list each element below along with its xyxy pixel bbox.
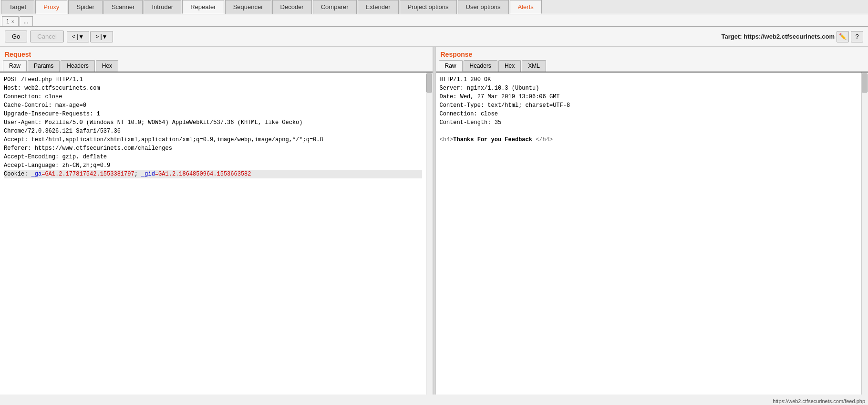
response-title: Response	[436, 47, 868, 60]
request-panel: Request Raw Params Headers Hex POST /fee…	[0, 47, 433, 395]
back-button[interactable]: < |▼	[67, 31, 89, 42]
request-cookie-line: Cookie: _ga=GA1.2.177817542.1553381797; …	[4, 170, 422, 178]
request-line-10: Accept-Encoding: gzip, deflate	[4, 153, 422, 161]
response-line-html: <h4>Thanks For you Feedback </h4>	[440, 135, 858, 144]
response-line-5: Connection: close	[440, 110, 858, 118]
response-tab-hex[interactable]: Hex	[498, 60, 521, 72]
sub-tab-1[interactable]: 1 ×	[2, 16, 19, 26]
cookie-name-2: _gid	[141, 171, 155, 177]
sub-tab-number: 1	[6, 18, 10, 25]
request-line-6: User-Agent: Mozilla/5.0 (Windows NT 10.0…	[4, 118, 422, 127]
request-line-8: Accept: text/html,application/xhtml+xml,…	[4, 135, 422, 144]
tab-intruder[interactable]: Intruder	[144, 0, 181, 14]
cookie-val-2: =GA1.2.1864850964.1553663582	[155, 171, 251, 177]
tab-repeater[interactable]: Repeater	[182, 0, 224, 14]
response-html-open-tag: <h4>	[440, 136, 454, 143]
request-line-11: Accept-Language: zh-CN,zh;q=0.9	[4, 161, 422, 170]
request-tab-hex[interactable]: Hex	[96, 60, 118, 72]
target-url: https://web2.ctfsecurinets.com	[744, 33, 835, 40]
sub-tab-more[interactable]: ...	[20, 16, 33, 26]
tab-project-options[interactable]: Project options	[400, 0, 457, 14]
response-panel: Response Raw Headers Hex XML HTTP/1.1 20…	[436, 47, 868, 395]
response-line-3: Date: Wed, 27 Mar 2019 13:06:06 GMT	[440, 93, 858, 101]
response-tab-xml[interactable]: XML	[522, 60, 546, 72]
response-content-area: HTTP/1.1 200 OK Server: nginx/1.10.3 (Ub…	[436, 73, 868, 395]
tab-proxy[interactable]: Proxy	[35, 0, 67, 14]
response-html-close-tag: </h4>	[536, 136, 553, 143]
response-line-1: HTTP/1.1 200 OK	[440, 75, 858, 84]
tab-comparer[interactable]: Comparer	[313, 0, 357, 14]
content-area: Request Raw Params Headers Hex POST /fee…	[0, 47, 868, 395]
cookie-sep: ;	[134, 171, 141, 177]
request-tab-headers[interactable]: Headers	[61, 60, 94, 72]
cookie-val-1: =GA1.2.177817542.1553381797	[41, 171, 134, 177]
main-tab-bar: Target Proxy Spider Scanner Intruder Rep…	[0, 0, 868, 14]
request-tabs: Raw Params Headers Hex	[0, 60, 433, 73]
response-line-6: Content-Length: 35	[440, 118, 858, 127]
tab-scanner[interactable]: Scanner	[103, 0, 143, 14]
go-button[interactable]: Go	[5, 31, 27, 42]
tab-target[interactable]: Target	[1, 0, 34, 14]
tab-decoder[interactable]: Decoder	[272, 0, 312, 14]
tab-user-options[interactable]: User options	[458, 0, 509, 14]
request-tab-raw[interactable]: Raw	[3, 60, 27, 72]
request-scrollbar[interactable]	[426, 73, 433, 395]
response-line-blank	[440, 127, 858, 135]
response-tab-raw[interactable]: Raw	[439, 60, 463, 72]
response-line-4: Content-Type: text/html; charset=UTF-8	[440, 101, 858, 110]
request-line-2: Host: web2.ctfsecurinets.com	[4, 84, 422, 93]
request-tab-params[interactable]: Params	[28, 60, 60, 72]
cookie-name-1: _ga	[31, 171, 42, 177]
request-content-area: POST /feed.php HTTP/1.1 Host: web2.ctfse…	[0, 73, 433, 395]
sub-tab-bar: 1 × ...	[0, 14, 868, 27]
tab-spider[interactable]: Spider	[68, 0, 103, 14]
response-scrollbar[interactable]	[861, 73, 868, 395]
request-scrollbar-thumb[interactable]	[426, 73, 432, 93]
toolbar: Go Cancel < |▼ > |▼ Target: https://web2…	[0, 27, 868, 47]
request-line-5: Upgrade-Insecure-Requests: 1	[4, 110, 422, 118]
response-line-2: Server: nginx/1.10.3 (Ubuntu)	[440, 84, 858, 93]
request-line-1: POST /feed.php HTTP/1.1	[4, 75, 422, 84]
target-label: Target: https://web2.ctfsecurinets.com	[722, 33, 835, 40]
help-button[interactable]: ?	[851, 31, 863, 42]
request-line-3: Connection: close	[4, 93, 422, 101]
response-html-content: Thanks For you Feedback	[453, 136, 536, 143]
edit-target-button[interactable]: ✏️	[837, 31, 849, 42]
cookie-label: Cookie:	[4, 171, 31, 177]
request-title: Request	[0, 47, 433, 60]
tab-sequencer[interactable]: Sequencer	[225, 0, 271, 14]
response-tab-headers[interactable]: Headers	[464, 60, 497, 72]
response-text: HTTP/1.1 200 OK Server: nginx/1.10.3 (Ub…	[436, 73, 862, 395]
tab-alerts[interactable]: Alerts	[510, 0, 542, 14]
request-line-7: Chrome/72.0.3626.121 Safari/537.36	[4, 127, 422, 135]
forward-button[interactable]: > |▼	[90, 31, 113, 42]
request-line-4: Cache-Control: max-age=0	[4, 101, 422, 110]
response-tabs: Raw Headers Hex XML	[436, 60, 868, 73]
request-line-9: Referer: https://www.ctfsecurinets.com/c…	[4, 144, 422, 153]
tab-extender[interactable]: Extender	[358, 0, 399, 14]
cancel-button[interactable]: Cancel	[30, 31, 63, 42]
response-scrollbar-thumb[interactable]	[862, 73, 868, 93]
request-text[interactable]: POST /feed.php HTTP/1.1 Host: web2.ctfse…	[0, 73, 426, 395]
sub-tab-close[interactable]: ×	[11, 19, 14, 24]
target-prefix: Target:	[722, 33, 744, 40]
